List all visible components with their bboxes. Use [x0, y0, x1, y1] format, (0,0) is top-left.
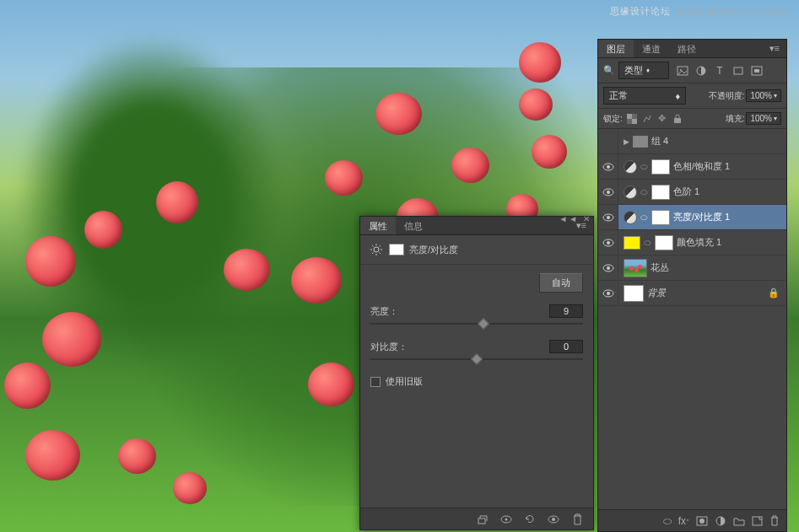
brightness-value[interactable]: 9: [549, 304, 583, 318]
layer-name[interactable]: 色相/饱和度 1: [673, 160, 730, 173]
brightness-slider[interactable]: [370, 323, 583, 325]
layer-thumb[interactable]: [624, 259, 647, 277]
layer-item-hue-saturation[interactable]: ⬭ 色相/饱和度 1: [598, 154, 786, 180]
mask-thumb[interactable]: [651, 185, 670, 200]
watermark: 思缘设计论坛 WWW.MISSYUAN.COM: [610, 5, 787, 18]
visibility-toggle[interactable]: [598, 255, 618, 280]
new-layer-icon[interactable]: [752, 516, 763, 526]
tab-channels[interactable]: 通道: [634, 40, 669, 57]
blend-mode-row: 正常 ♦ 不透明度: 100% ▾: [598, 83, 786, 109]
layer-effects-icon[interactable]: fx˅: [678, 515, 689, 527]
visibility-toggle[interactable]: [598, 154, 618, 179]
layer-name[interactable]: 亮度/对比度 1: [673, 211, 730, 223]
link-icon[interactable]: ⬭: [644, 238, 651, 248]
layer-name[interactable]: 花丛: [651, 261, 669, 274]
view-previous-icon[interactable]: [499, 512, 514, 527]
layer-item-levels[interactable]: ⬭ 色阶 1: [598, 180, 786, 205]
delete-icon[interactable]: [570, 512, 585, 527]
disclosure-icon[interactable]: ▶: [624, 137, 629, 146]
layer-thumb[interactable]: [624, 285, 644, 302]
lock-transparency-icon[interactable]: [626, 113, 638, 125]
legacy-checkbox[interactable]: [370, 377, 381, 387]
visibility-toggle[interactable]: [598, 281, 618, 305]
folder-icon: [633, 136, 648, 148]
layer-filter-row: 🔍 类型 ♦ T: [598, 58, 786, 83]
layers-menu-icon[interactable]: ▾≡: [763, 40, 786, 57]
mask-thumb[interactable]: [651, 159, 670, 175]
svg-point-11: [505, 518, 508, 520]
visibility-toggle[interactable]: [598, 230, 618, 255]
panel-collapse-icon[interactable]: ◄◄ ✕: [559, 214, 591, 223]
contrast-value[interactable]: 0: [549, 340, 583, 353]
filter-shape-icon[interactable]: [732, 64, 745, 78]
opacity-value-field[interactable]: 100% ▾: [746, 89, 781, 102]
contrast-thumb[interactable]: [471, 353, 483, 365]
opacity-label: 不透明度:: [709, 90, 745, 102]
visibility-toggle[interactable]: [598, 180, 618, 204]
toggle-visibility-icon[interactable]: [546, 512, 561, 527]
clip-icon[interactable]: [475, 512, 490, 527]
link-icon[interactable]: ⬭: [640, 212, 648, 223]
layer-name[interactable]: 背景: [647, 287, 666, 299]
tab-info[interactable]: 信息: [396, 217, 431, 234]
flower: [291, 257, 342, 304]
legacy-label: 使用旧版: [386, 375, 423, 388]
flower: [84, 211, 122, 249]
link-layers-icon[interactable]: ⬭: [663, 515, 672, 527]
fill-value-field[interactable]: 100% ▾: [746, 112, 781, 125]
filter-smart-icon[interactable]: [750, 64, 764, 78]
filter-pixel-icon[interactable]: [676, 64, 689, 78]
svg-point-29: [607, 216, 610, 219]
layer-item-background[interactable]: 背景 🔒: [598, 281, 786, 306]
delete-layer-icon[interactable]: [769, 515, 780, 526]
layer-list: ▶ 组 4 ⬭ 色相/饱和度 1 ⬭ 色阶 1: [598, 129, 786, 306]
legacy-row[interactable]: 使用旧版: [370, 375, 583, 388]
filter-type-select[interactable]: 类型 ♦: [618, 62, 669, 79]
layer-name[interactable]: 色阶 1: [673, 185, 699, 198]
flower: [308, 363, 354, 406]
fill-thumb[interactable]: [624, 236, 640, 250]
lock-position-icon[interactable]: ✥: [656, 113, 668, 125]
lock-all-icon[interactable]: [672, 113, 683, 125]
flower: [325, 160, 363, 196]
flower: [519, 89, 553, 121]
visibility-toggle[interactable]: [598, 205, 618, 229]
chevron-down-icon: ▾: [774, 115, 777, 122]
filter-adjustment-icon[interactable]: [694, 64, 708, 78]
filter-type-icon[interactable]: T: [713, 64, 726, 78]
link-icon[interactable]: ⬭: [640, 187, 648, 197]
watermark-text: 思缘设计论坛: [610, 6, 671, 16]
lock-icon: 🔒: [768, 287, 780, 298]
auto-button[interactable]: 自动: [539, 273, 583, 293]
contrast-slider[interactable]: [370, 358, 583, 360]
layer-item-image[interactable]: 花丛: [598, 255, 786, 281]
svg-rect-21: [627, 114, 632, 119]
adjustment-icon: [624, 160, 637, 174]
svg-rect-22: [632, 119, 637, 124]
layer-item-brightness-contrast[interactable]: ⬭ 亮度/对比度 1: [598, 205, 786, 230]
lock-pixels-icon[interactable]: [641, 113, 653, 125]
layer-item-group[interactable]: ▶ 组 4: [598, 129, 786, 154]
tab-layers[interactable]: 图层: [598, 40, 634, 57]
reset-icon[interactable]: [522, 512, 537, 527]
new-adjustment-icon[interactable]: [715, 515, 726, 527]
layer-name[interactable]: 组 4: [651, 135, 668, 148]
blend-mode-value: 正常: [609, 89, 628, 102]
add-mask-icon[interactable]: [696, 516, 708, 526]
tab-paths[interactable]: 路径: [669, 40, 705, 57]
watermark-url: WWW.MISSYUAN.COM: [678, 8, 787, 16]
blend-mode-select[interactable]: 正常 ♦: [603, 87, 686, 105]
visibility-toggle[interactable]: [598, 129, 618, 153]
svg-rect-19: [754, 69, 759, 73]
new-group-icon[interactable]: [733, 516, 745, 526]
mask-thumb[interactable]: [651, 210, 670, 225]
brightness-thumb[interactable]: [477, 318, 489, 330]
chevron-down-icon: ♦: [646, 67, 650, 74]
tab-properties[interactable]: 属性: [360, 217, 396, 234]
properties-header: 亮度/对比度: [360, 235, 593, 265]
layer-item-color-fill[interactable]: ⬭ 颜色填充 1: [598, 230, 786, 255]
link-icon[interactable]: ⬭: [640, 162, 648, 172]
layer-name[interactable]: 颜色填充 1: [677, 236, 721, 249]
mask-thumb[interactable]: [655, 235, 673, 250]
lock-label: 锁定:: [603, 113, 623, 125]
